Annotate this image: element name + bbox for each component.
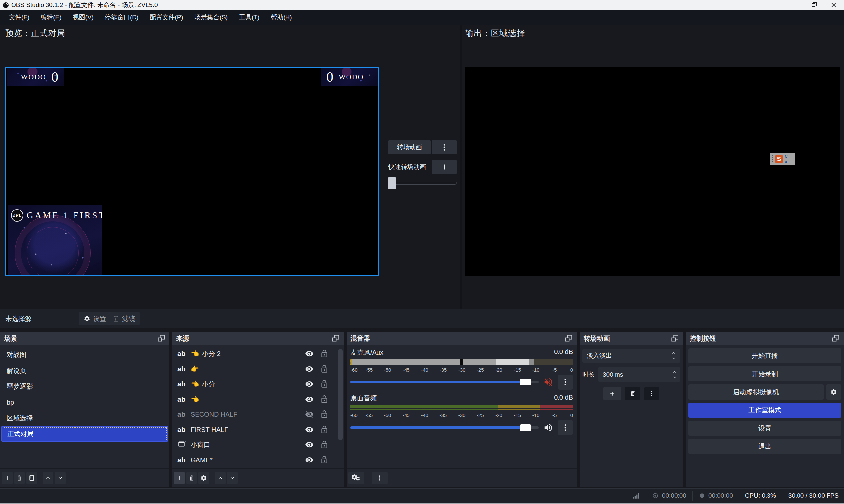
quick-transition-add-button[interactable] bbox=[432, 160, 457, 174]
channel-menu-button[interactable] bbox=[558, 420, 573, 435]
popout-icon[interactable] bbox=[671, 334, 679, 343]
source-item-hidden[interactable]: ab SECOND HALF bbox=[172, 407, 344, 422]
no-source-selected-label: 未选择源 bbox=[5, 314, 32, 323]
lock-toggle[interactable] bbox=[320, 365, 329, 373]
popout-icon[interactable] bbox=[565, 334, 573, 343]
visibility-toggle[interactable] bbox=[304, 440, 314, 449]
visibility-toggle[interactable] bbox=[304, 410, 314, 419]
remove-scene-button[interactable] bbox=[14, 472, 25, 484]
start-streaming-button[interactable]: 开始直播 bbox=[688, 348, 841, 363]
source-filters-button[interactable]: 滤镜 bbox=[108, 312, 140, 325]
visibility-toggle[interactable] bbox=[304, 425, 314, 434]
source-emoji: 👈 bbox=[191, 395, 199, 403]
preview-canvas[interactable]: WODO 0 0 WODO ZVL GAME 1 FIRST HALF bbox=[5, 67, 379, 276]
duration-spin-arrows[interactable] bbox=[672, 367, 677, 382]
source-properties-button[interactable]: 设置 bbox=[79, 312, 111, 325]
source-item[interactable]: 小窗口 bbox=[172, 437, 344, 452]
duration-spinbox[interactable]: 300 ms bbox=[598, 367, 681, 382]
transition-button[interactable]: 转场动画 bbox=[389, 140, 431, 155]
source-item[interactable]: ab FIRST HALF bbox=[172, 422, 344, 437]
lock-toggle[interactable] bbox=[320, 349, 329, 358]
lock-toggle[interactable] bbox=[320, 425, 329, 434]
lock-toggle[interactable] bbox=[320, 410, 329, 419]
source-properties-button[interactable] bbox=[199, 472, 209, 484]
source-move-up-button[interactable] bbox=[215, 472, 225, 484]
source-item[interactable]: ab 👈 小分 bbox=[172, 377, 344, 392]
source-item[interactable]: ab GAME* bbox=[172, 452, 344, 467]
scene-filters-button[interactable] bbox=[27, 472, 37, 484]
scene-item[interactable]: 对战图 bbox=[0, 347, 170, 363]
lock-toggle[interactable] bbox=[320, 455, 329, 464]
source-item[interactable]: ab 👉 bbox=[172, 361, 344, 377]
add-transition-button[interactable] bbox=[603, 387, 621, 400]
visibility-toggle[interactable] bbox=[304, 349, 314, 358]
popout-icon[interactable] bbox=[157, 334, 166, 343]
mute-toggle[interactable] bbox=[542, 422, 554, 433]
menu-profile[interactable]: 配置文件(P) bbox=[144, 10, 189, 25]
transition-slider-track[interactable] bbox=[389, 181, 457, 185]
mixer-toolbar bbox=[346, 468, 577, 487]
scene-move-up-button[interactable] bbox=[43, 472, 53, 484]
transition-menu-button[interactable] bbox=[432, 140, 457, 155]
volume-slider-handle[interactable] bbox=[520, 424, 531, 431]
source-emoji: 👉 bbox=[191, 365, 199, 373]
scene-move-down-button[interactable] bbox=[55, 472, 66, 484]
lock-toggle[interactable] bbox=[320, 380, 329, 389]
scene-item[interactable]: 噩梦逐影 bbox=[0, 378, 170, 394]
minimize-button[interactable] bbox=[783, 0, 803, 10]
transition-properties-button[interactable] bbox=[644, 387, 659, 400]
restore-button[interactable] bbox=[803, 0, 824, 10]
menu-help[interactable]: 帮助(H) bbox=[265, 10, 297, 25]
menu-view[interactable]: 视图(V) bbox=[67, 10, 99, 25]
scene-item[interactable]: 区域选择 bbox=[0, 410, 170, 426]
transition-select[interactable]: 淡入淡出 bbox=[582, 349, 681, 363]
visibility-toggle[interactable] bbox=[304, 380, 314, 389]
sources-dock-title: 来源 bbox=[176, 334, 189, 343]
menu-file[interactable]: 文件(F) bbox=[3, 10, 35, 25]
menu-docks[interactable]: 停靠窗口(D) bbox=[99, 10, 144, 25]
source-item[interactable]: ab 👈 小分 2 bbox=[172, 346, 344, 361]
transition-slider[interactable] bbox=[389, 177, 457, 190]
remove-source-button[interactable] bbox=[186, 472, 197, 484]
source-move-down-button[interactable] bbox=[227, 472, 238, 484]
add-source-button[interactable] bbox=[174, 472, 185, 484]
lock-toggle[interactable] bbox=[320, 395, 329, 403]
menu-edit[interactable]: 编辑(E) bbox=[35, 10, 67, 25]
mute-toggle[interactable] bbox=[542, 377, 554, 387]
sources-scrollbar[interactable] bbox=[338, 349, 343, 440]
transition-area: 转场动画 快速转场动画 bbox=[389, 140, 457, 193]
visibility-toggle[interactable] bbox=[304, 365, 314, 373]
lock-toggle[interactable] bbox=[320, 440, 329, 449]
advanced-audio-button[interactable] bbox=[348, 472, 364, 484]
virtual-camera-settings-button[interactable] bbox=[826, 384, 841, 400]
program-canvas[interactable]: S C u bbox=[465, 67, 840, 276]
mixer-menu-button[interactable] bbox=[372, 472, 388, 484]
speaker-muted-icon bbox=[543, 377, 553, 387]
channel-menu-button[interactable] bbox=[558, 375, 573, 390]
close-button[interactable] bbox=[824, 0, 844, 10]
visibility-toggle[interactable] bbox=[304, 455, 314, 464]
popout-icon[interactable] bbox=[831, 334, 840, 343]
volume-slider-handle[interactable] bbox=[520, 379, 531, 385]
popout-icon[interactable] bbox=[331, 334, 340, 343]
start-recording-button[interactable]: 开始录制 bbox=[688, 366, 841, 381]
scene-item[interactable]: bp bbox=[0, 394, 170, 410]
settings-button[interactable]: 设置 bbox=[688, 421, 841, 436]
scene-item-selected[interactable]: 正式对局 bbox=[1, 426, 168, 442]
menu-scene-collection[interactable]: 场景集合(S) bbox=[189, 10, 234, 25]
visibility-toggle[interactable] bbox=[304, 395, 314, 403]
volume-slider[interactable] bbox=[350, 424, 539, 431]
start-virtual-camera-button[interactable]: 启动虚拟摄像机 bbox=[688, 384, 824, 400]
volume-slider[interactable] bbox=[350, 379, 539, 385]
add-scene-button[interactable] bbox=[2, 472, 13, 484]
mixer-body: 麦克风/Aux 0.0 dB -60-55-50-45-40-35-30-25-… bbox=[346, 345, 577, 487]
source-item[interactable]: ab 👈 bbox=[172, 392, 344, 407]
exit-button[interactable]: 退出 bbox=[688, 439, 841, 454]
meter-tick-label: -20 bbox=[495, 367, 502, 373]
scene-item[interactable]: 解说页 bbox=[0, 363, 170, 378]
studio-mode-button[interactable]: 工作室模式 bbox=[688, 402, 841, 418]
transition-select-arrows[interactable] bbox=[666, 349, 681, 363]
menu-tools[interactable]: 工具(T) bbox=[234, 10, 265, 25]
transition-slider-handle[interactable] bbox=[389, 177, 396, 190]
remove-transition-button[interactable] bbox=[625, 387, 640, 400]
